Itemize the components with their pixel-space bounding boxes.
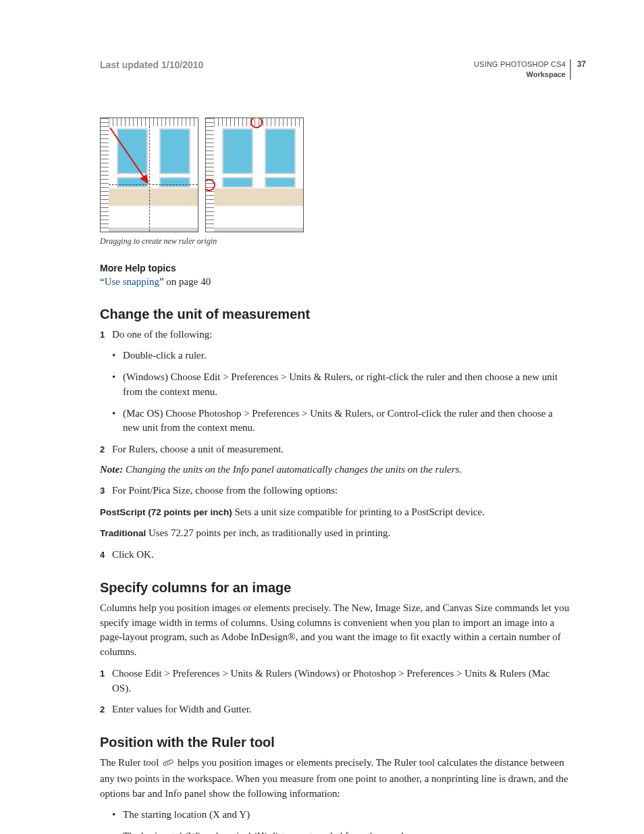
svg-line-0 [110,128,148,183]
definition-postscript: PostScript (72 points per inch) Sets a u… [100,505,571,520]
step-text: Enter values for Width and Gutter. [112,702,571,717]
step-text: Choose Edit > Preferences > Units & Rule… [112,667,571,696]
header-right: 37 USING PHOTOSHOP CS4 Workspace [474,59,571,80]
ruler-tool-icon [163,757,173,772]
step-text: For Rulers, choose a unit of measurement… [112,442,571,457]
last-updated: Last updated 1/10/2010 [100,59,203,70]
paragraph: Columns help you position images or elem… [100,601,571,660]
svg-line-2 [165,763,166,765]
heading-ruler-tool: Position with the Ruler tool [100,735,571,750]
svg-line-4 [169,762,170,764]
bullet-text: The starting location (X and Y) [123,808,250,823]
more-help-heading: More Help topics [100,263,571,273]
chapter-title: Workspace [474,70,566,80]
drag-arrow-icon [109,126,198,232]
step-text: For Point/Pica Size, choose from the fol… [112,484,571,498]
figure-caption: Dragging to create new ruler origin [100,236,571,246]
heading-specify-columns: Specify columns for an image [100,580,571,596]
bullet-text: The horizontal (W) and vertical (H) dist… [123,829,431,834]
xref-line: “Use snapping” on page 40 [100,276,571,288]
figure-row [100,118,571,232]
link-use-snapping[interactable]: Use snapping [105,276,159,287]
definition-traditional: Traditional Uses 72.27 points per inch, … [100,526,571,541]
step-text: Do one of the following: [112,328,571,342]
heading-change-unit: Change the unit of measurement [100,307,571,322]
figure-left [100,118,198,232]
svg-rect-1 [163,760,173,766]
paragraph: The Ruler tool helps you position images… [100,756,571,801]
step-text: Click OK. [112,548,571,563]
bullet-text: (Mac OS) Choose Photoshop > Preferences … [123,407,571,436]
figure-right [205,118,304,232]
origin-marker-top-icon [250,118,263,128]
svg-line-3 [167,762,168,764]
bullet-text: (Windows) Choose Edit > Preferences > Un… [123,370,571,400]
note: Note: Changing the units on the Info pan… [100,464,571,475]
page-header: Last updated 1/10/2010 37 USING PHOTOSHO… [100,59,571,80]
bullet-text: Double-click a ruler. [123,348,207,363]
book-title: USING PHOTOSHOP CS4 [474,59,566,70]
page-number: 37 [577,59,586,70]
